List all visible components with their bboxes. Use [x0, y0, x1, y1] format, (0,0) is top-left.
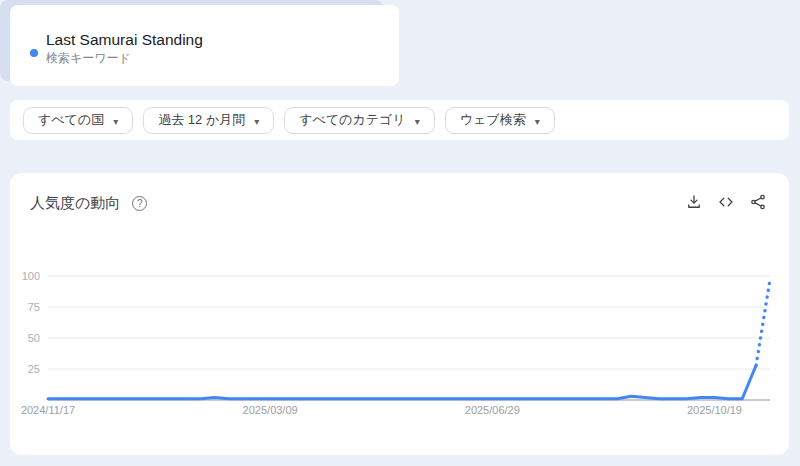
search-type-dropdown[interactable]: ウェブ検索 ▾	[445, 107, 555, 134]
help-icon[interactable]: ?	[132, 196, 147, 211]
chevron-down-icon: ▾	[535, 116, 540, 127]
embed-icon[interactable]	[717, 193, 735, 211]
x-axis-label: 2025/03/09	[243, 404, 298, 416]
panel-title: 人気度の動向	[30, 194, 120, 213]
y-axis-label: 25	[28, 363, 40, 375]
x-axis-label: 2025/06/29	[465, 404, 520, 416]
y-axis-label: 50	[28, 332, 40, 344]
trend-chart[interactable]: 2550751002024/11/172025/03/092025/06/292…	[10, 230, 789, 455]
filter-bar: すべての国 ▾ 過去 12 か月間 ▾ すべてのカテゴリ ▾ ウェブ検索 ▾	[10, 100, 789, 140]
time-range-dropdown[interactable]: 過去 12 か月間 ▾	[143, 107, 274, 134]
share-icon[interactable]	[749, 193, 767, 211]
search-term-title: Last Samurai Standing	[46, 31, 203, 49]
chevron-down-icon: ▾	[415, 116, 420, 127]
x-axis-label: 2024/11/17	[21, 404, 75, 416]
y-axis-label: 75	[28, 301, 40, 313]
time-range-label: 過去 12 か月間	[158, 111, 245, 129]
chevron-down-icon: ▾	[113, 116, 118, 127]
chevron-down-icon: ▾	[254, 116, 259, 127]
search-type-label: ウェブ検索	[460, 111, 526, 129]
trend-line-solid	[48, 365, 756, 398]
category-filter-dropdown[interactable]: すべてのカテゴリ ▾	[284, 107, 434, 134]
trend-line-dotted-partial	[756, 280, 770, 366]
category-filter-label: すべてのカテゴリ	[299, 111, 405, 129]
download-icon[interactable]	[685, 193, 703, 211]
geo-filter-label: すべての国	[38, 111, 104, 129]
geo-filter-dropdown[interactable]: すべての国 ▾	[23, 107, 133, 134]
search-term-card[interactable]: Last Samurai Standing 検索キーワード	[10, 5, 399, 86]
series-color-dot-icon	[30, 49, 38, 57]
x-axis-label: 2025/10/19	[687, 404, 742, 416]
y-axis-label: 100	[22, 270, 40, 282]
interest-over-time-panel: 人気度の動向 ? 2550751002024/11/172025/03/0920…	[10, 173, 789, 455]
panel-header: 人気度の動向 ?	[30, 194, 147, 213]
search-term-type: 検索キーワード	[46, 50, 131, 67]
panel-actions	[685, 193, 767, 211]
